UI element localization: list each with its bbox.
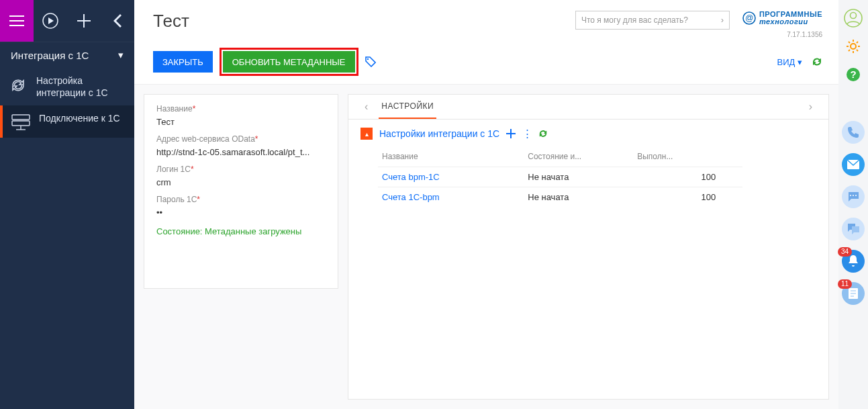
mail-button[interactable] [842,153,865,176]
svg-point-9 [851,13,857,19]
settings-button[interactable] [842,35,865,58]
run-button[interactable] [34,0,67,42]
col-state[interactable]: Состояние и... [524,146,633,167]
sidebar-item-connection[interactable]: Подключение к 1С [0,105,134,138]
svg-text:?: ? [850,69,856,80]
detail-refresh-button[interactable] [538,129,548,138]
section-title-text: Интеграция с 1С [11,50,89,61]
sync-icon [0,75,36,95]
note-icon [848,287,859,300]
top-left-toolbar [0,0,134,42]
version-label: 7.17.1.1356 [787,31,822,38]
svg-text:@: @ [745,13,753,23]
bell-icon [848,255,859,267]
svg-rect-2 [12,121,30,126]
cell-done: 100 [633,167,742,187]
add-button[interactable] [67,0,101,42]
chat-button[interactable] [842,185,865,208]
chevron-up-icon: ▴ [365,130,369,138]
table-row[interactable]: Счета 1C-bpm Не начата 100 [378,187,742,208]
view-dropdown[interactable]: ВИД ▾ [777,57,802,67]
url-field[interactable]: http://stnd-1c-05.samarasoft.local/pt_t.… [156,145,326,162]
table-row[interactable]: Счета bpm-1C Не начата 100 [378,167,742,187]
phone-icon [847,126,859,138]
password-label: Пароль 1С* [156,195,326,204]
svg-rect-1 [12,115,30,120]
tab-next[interactable]: › [805,97,816,117]
gear-icon [845,38,861,54]
feed-icon [847,223,860,235]
svg-point-7 [367,58,368,60]
settings-table: Название Состояние и... Выполн... Счета … [378,146,742,207]
svg-point-10 [851,44,856,49]
name-field[interactable]: Тест [156,115,326,132]
chevron-right-icon: › [721,15,724,25]
cell-name[interactable]: Счета bpm-1C [378,167,524,187]
plus-icon [506,129,516,138]
header: Тест Что я могу для вас сделать? › @ ПРО… [134,0,838,85]
tab-settings[interactable]: НАСТРОЙКИ [379,95,436,119]
chat-icon [847,191,859,202]
main: Тест Что я могу для вас сделать? › @ ПРО… [134,0,838,409]
page-title: Тест [153,11,189,32]
refresh-button[interactable] [812,56,822,67]
notifications-badge: 34 [838,247,852,257]
detail-menu-button[interactable]: ⋮ [522,128,532,140]
update-metadata-button[interactable]: ОБНОВИТЬ МЕТАДАННЫЕ [223,51,355,73]
user-icon [843,8,863,28]
cell-name[interactable]: Счета 1C-bpm [378,187,524,208]
brand-logo: @ ПРОГРАММНЫЕ технологии [742,11,822,26]
tasks-badge: 11 [838,279,852,289]
detail-title[interactable]: Настройки интеграции с 1С [379,128,499,139]
back-button[interactable] [101,0,134,42]
col-done[interactable]: Выполн... [633,146,742,167]
help-button[interactable]: ? [842,63,865,86]
plus-icon [77,14,91,28]
logo-line2: технологии [759,18,822,26]
tag-icon[interactable] [365,56,376,67]
form-card: Название* Тест Адрес web-сервиса OData* … [144,94,338,289]
col-name[interactable]: Название [378,146,524,167]
login-label: Логин 1С* [156,165,326,174]
help-icon: ? [845,66,861,83]
search-placeholder: Что я могу для вас сделать? [581,15,688,25]
hamburger-icon [9,15,24,26]
cell-state: Не начата [524,167,633,187]
at-icon: @ [742,11,757,26]
sidebar-item-label: Подключение к 1С [39,112,128,124]
menu-button[interactable] [0,0,34,42]
close-button[interactable]: ЗАКРЫТЬ [153,51,213,73]
caret-down-icon: ▾ [118,49,124,61]
profile-button[interactable] [842,7,865,30]
notifications-button[interactable]: 34 [842,250,865,273]
refresh-icon [538,129,548,138]
password-field[interactable]: •• [156,206,326,222]
refresh-icon [812,56,822,67]
right-rail: ? 34 11 [838,0,868,409]
section-dropdown[interactable]: Интеграция с 1С ▾ [0,42,134,68]
call-button[interactable] [842,121,865,144]
cell-done: 100 [633,187,742,208]
tasks-button[interactable]: 11 [842,282,865,305]
svg-point-14 [850,195,851,196]
sidebar: Интеграция с 1С ▾ Настройка интеграции с… [0,0,134,409]
play-circle-icon [42,12,59,30]
tab-prev[interactable]: ‹ [360,97,372,117]
sidebar-item-label: Настройка интеграции с 1С [36,75,128,99]
name-label: Название* [156,104,326,113]
cell-state: Не начата [524,187,633,208]
login-field[interactable]: crm [156,175,326,192]
svg-point-15 [853,195,854,196]
svg-point-16 [855,195,857,196]
command-search[interactable]: Что я могу для вас сделать? › [575,11,730,30]
detail-add-button[interactable] [506,129,516,138]
server-icon [3,112,39,131]
detail-card: ‹ НАСТРОЙКИ › ▴ Настройки интеграции с 1… [348,94,829,400]
sidebar-item-integration-settings[interactable]: Настройка интеграции с 1С [0,68,134,105]
mail-icon [847,160,859,169]
chevron-left-icon [113,14,122,28]
status-line: Состояние: Метаданные загружены [156,226,326,236]
feed-button[interactable] [842,218,865,240]
caret-down-icon: ▾ [798,57,802,67]
collapse-detail-button[interactable]: ▴ [360,128,373,140]
